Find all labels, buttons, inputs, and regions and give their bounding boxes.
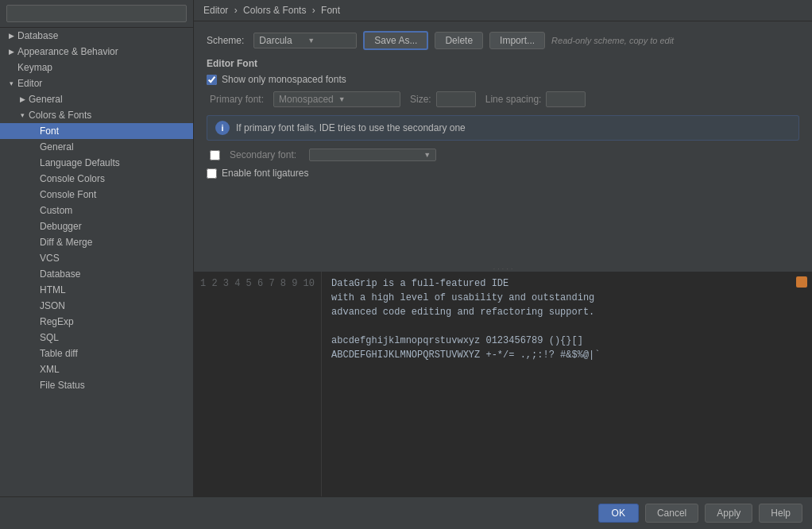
sidebar-label-database: Database bbox=[17, 30, 187, 41]
ligatures-row: Enable font ligatures bbox=[207, 168, 799, 179]
sidebar-item-regexp[interactable]: RegExp bbox=[0, 314, 193, 330]
tree-arrow-diff-merge bbox=[29, 237, 38, 247]
sidebar-item-language-defaults[interactable]: Language Defaults bbox=[0, 155, 193, 171]
readonly-note: Read-only scheme, copy to edit bbox=[551, 36, 674, 45]
sidebar-item-console-colors[interactable]: Console Colors bbox=[0, 171, 193, 187]
orange-dot bbox=[796, 276, 807, 288]
show-monospaced-checkbox[interactable] bbox=[207, 75, 217, 85]
editor-font-section: Editor Font Show only monospaced fonts P… bbox=[207, 58, 799, 179]
sidebar-label-custom: Custom bbox=[40, 205, 187, 216]
info-text: If primary font fails, IDE tries to use … bbox=[236, 122, 466, 133]
tree-arrow-general: ▶ bbox=[17, 95, 27, 104]
sidebar-item-editor[interactable]: ▾Editor bbox=[0, 75, 193, 91]
save-as-button[interactable]: Save As... bbox=[363, 31, 428, 50]
search-box[interactable] bbox=[0, 0, 193, 28]
sidebar-item-vcs[interactable]: VCS bbox=[0, 250, 193, 266]
search-input[interactable] bbox=[6, 5, 187, 22]
preview-area: 1 2 3 4 5 6 7 8 9 10 DataGrip is a full-… bbox=[194, 272, 812, 496]
sidebar-item-general[interactable]: ▶General bbox=[0, 91, 193, 107]
info-icon: i bbox=[215, 121, 230, 135]
tree-arrow-language-defaults bbox=[29, 158, 38, 168]
sidebar-item-json[interactable]: JSON bbox=[0, 298, 193, 314]
sidebar-item-table-diff[interactable]: Table diff bbox=[0, 346, 193, 361]
sidebar-item-custom[interactable]: Custom bbox=[0, 203, 193, 218]
ok-button[interactable]: OK bbox=[598, 504, 639, 523]
scheme-value: Darcula bbox=[259, 35, 303, 46]
sidebar-item-debugger[interactable]: Debugger bbox=[0, 218, 193, 234]
sidebar-label-console-colors: Console Colors bbox=[40, 173, 187, 184]
secondary-font-row: Secondary font: ▼ bbox=[207, 149, 799, 161]
tree-arrow-general2 bbox=[29, 142, 38, 152]
sidebar-label-regexp: RegExp bbox=[40, 316, 187, 327]
scheme-label: Scheme: bbox=[207, 35, 244, 46]
delete-button[interactable]: Delete bbox=[435, 32, 483, 49]
sidebar-item-file-status[interactable]: File Status bbox=[0, 377, 193, 393]
info-row: i If primary font fails, IDE tries to us… bbox=[207, 115, 799, 141]
sidebar-item-diff-merge[interactable]: Diff & Merge bbox=[0, 234, 193, 250]
sidebar-label-language-defaults: Language Defaults bbox=[40, 157, 187, 168]
sidebar-label-console-font: Console Font bbox=[40, 189, 187, 200]
scheme-dropdown-arrow: ▼ bbox=[307, 37, 351, 44]
show-monospaced-label: Show only monospaced fonts bbox=[222, 74, 346, 85]
tree-arrow-json bbox=[29, 301, 38, 311]
size-label: Size: bbox=[410, 94, 431, 105]
bottom-bar: OK Cancel Apply Help bbox=[0, 496, 812, 529]
sidebar-label-vcs: VCS bbox=[40, 253, 187, 264]
sidebar-item-sql[interactable]: SQL bbox=[0, 330, 193, 346]
tree-arrow-editor: ▾ bbox=[6, 79, 16, 88]
sidebar-item-database[interactable]: ▶Database bbox=[0, 28, 193, 44]
sidebar-item-database2[interactable]: Database bbox=[0, 266, 193, 282]
sidebar-label-file-status: File Status bbox=[40, 380, 187, 391]
apply-button[interactable]: Apply bbox=[705, 504, 752, 523]
sidebar-label-editor: Editor bbox=[17, 78, 187, 89]
sidebar-label-font: Font bbox=[40, 125, 187, 137]
size-input[interactable]: 12 bbox=[436, 91, 476, 107]
sidebar-item-console-font[interactable]: Console Font bbox=[0, 187, 193, 203]
help-button[interactable]: Help bbox=[759, 504, 802, 523]
sidebar-item-general2[interactable]: General bbox=[0, 139, 193, 155]
spacing-row: Line spacing: 1.0 bbox=[485, 91, 586, 107]
tree-arrow-regexp bbox=[29, 317, 38, 326]
font-settings-row: Primary font: Monospaced ▼ Size: 12 Line… bbox=[207, 91, 799, 107]
sidebar-item-xml[interactable]: XML bbox=[0, 361, 193, 377]
sidebar-item-colors-fonts[interactable]: ▾Colors & Fonts bbox=[0, 107, 193, 123]
scheme-dropdown[interactable]: Darcula ▼ bbox=[253, 33, 357, 48]
tree-arrow-console-colors bbox=[29, 174, 38, 183]
sidebar-label-database2: Database bbox=[40, 268, 187, 280]
tree-arrow-colors-fonts: ▾ bbox=[17, 110, 27, 120]
tree-arrow-database: ▶ bbox=[6, 31, 16, 41]
tree-arrow-custom bbox=[29, 206, 38, 215]
sidebar-item-appearance[interactable]: ▶Appearance & Behavior bbox=[0, 44, 193, 60]
breadcrumb-sep2: › bbox=[312, 5, 315, 16]
cancel-button[interactable]: Cancel bbox=[645, 504, 698, 523]
primary-font-value: Monospaced bbox=[279, 94, 334, 105]
sidebar-label-keymap: Keymap bbox=[17, 62, 187, 73]
spacing-input[interactable]: 1.0 bbox=[546, 91, 586, 107]
sidebar-label-html: HTML bbox=[40, 284, 187, 295]
secondary-font-label: Secondary font: bbox=[230, 149, 296, 160]
sidebar-label-general: General bbox=[29, 94, 187, 105]
sidebar-item-html[interactable]: HTML bbox=[0, 282, 193, 298]
sidebar-item-font[interactable]: Font bbox=[0, 123, 193, 139]
line-numbers: 1 2 3 4 5 6 7 8 9 10 bbox=[194, 272, 322, 496]
secondary-font-dropdown[interactable]: ▼ bbox=[309, 149, 436, 161]
sidebar-label-table-diff: Table diff bbox=[40, 348, 187, 359]
tree-arrow-vcs bbox=[29, 253, 38, 263]
sidebar-label-sql: SQL bbox=[40, 332, 187, 343]
breadcrumb-part3: Font bbox=[321, 5, 340, 16]
breadcrumb-part1: Editor bbox=[203, 5, 228, 16]
ligatures-checkbox[interactable] bbox=[207, 168, 217, 179]
tree-arrow-file-status bbox=[29, 380, 38, 390]
sidebar-label-general2: General bbox=[40, 141, 187, 153]
divider-handle[interactable]: · · · · · bbox=[194, 265, 812, 272]
tree-arrow-xml bbox=[29, 365, 38, 374]
size-row: Size: 12 bbox=[410, 91, 476, 107]
import-button[interactable]: Import... bbox=[489, 32, 545, 49]
sidebar: ▶Database▶Appearance & BehaviorKeymap▾Ed… bbox=[0, 0, 194, 496]
sidebar-item-keymap[interactable]: Keymap bbox=[0, 60, 193, 75]
primary-font-dropdown[interactable]: Monospaced ▼ bbox=[273, 91, 400, 107]
secondary-font-arrow: ▼ bbox=[423, 151, 431, 159]
secondary-font-checkbox[interactable] bbox=[210, 150, 220, 160]
editor-font-title: Editor Font bbox=[207, 58, 799, 69]
sidebar-label-xml: XML bbox=[40, 364, 187, 375]
